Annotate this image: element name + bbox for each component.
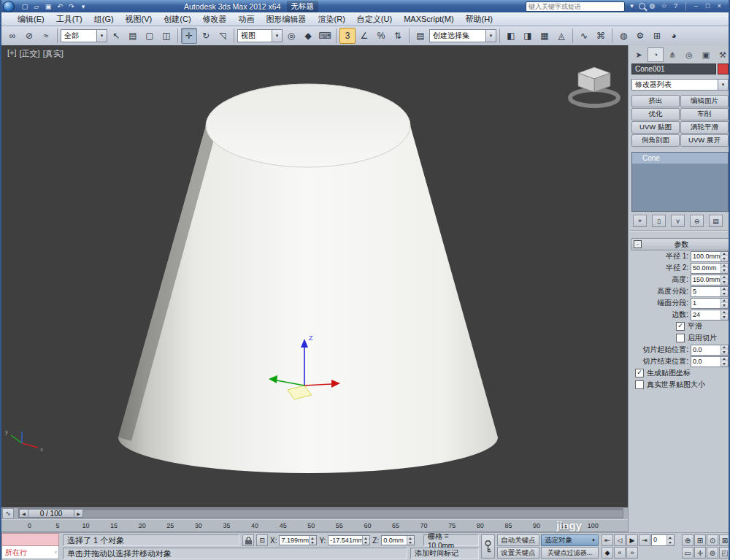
save-file-icon[interactable]: ▣ (43, 1, 53, 12)
dropdown-arrow-icon[interactable]: ▼ (96, 30, 107, 42)
parameter-spinner-field[interactable]: 50.0mm (691, 263, 729, 274)
dropdown-arrow-icon[interactable]: ▼ (485, 30, 496, 42)
modifier-button[interactable]: 优化 (631, 108, 680, 120)
rollout-collapse-icon[interactable]: - (634, 240, 642, 248)
enable-slice-checkbox[interactable] (676, 334, 685, 342)
current-frame-field[interactable]: 0 (651, 534, 675, 546)
object-name-field[interactable]: Cone001 (631, 64, 716, 74)
close-icon[interactable]: × (715, 1, 724, 11)
viewport-menu[interactable]: [正交] (20, 48, 40, 59)
time-slider-groove[interactable]: ◀ 0 / 100 ▶ (18, 508, 623, 518)
maximize-viewport-toggle-icon[interactable]: ◰ (719, 547, 730, 559)
zoom-all-icon[interactable]: ⊞ (694, 534, 706, 546)
object-color-swatch[interactable] (718, 64, 729, 74)
render-setup-icon[interactable]: ⚙ (632, 28, 648, 44)
select-and-move-icon[interactable]: ✛ (181, 28, 197, 44)
spinner-arrows[interactable] (721, 275, 728, 285)
next-key-icon[interactable]: » (626, 547, 638, 559)
spinner-snap-icon[interactable]: ⇅ (390, 28, 406, 44)
viewport-menu[interactable]: [真实] (43, 48, 64, 59)
viewcube[interactable] (570, 67, 618, 106)
spinner-arrows[interactable] (721, 345, 728, 355)
modifier-stack[interactable]: Cone (631, 152, 729, 212)
menu-item[interactable]: 编辑(E) (12, 12, 50, 26)
select-and-rotate-icon[interactable]: ↻ (198, 28, 214, 44)
menu-item[interactable]: 渲染(R) (312, 12, 351, 26)
spinner-arrows[interactable] (721, 310, 728, 320)
parameter-spinner-field[interactable]: 150.0mm (691, 275, 729, 285)
real-world-map-size-checkbox[interactable] (635, 380, 644, 389)
tab-display-icon[interactable]: ▣ (698, 47, 714, 62)
menu-item[interactable]: 帮助(H) (460, 12, 499, 26)
smooth-checkbox-row[interactable]: ✓ 平滑 (631, 321, 730, 332)
align-icon[interactable]: ◨ (520, 28, 536, 44)
maximize-icon[interactable]: □ (703, 1, 712, 11)
spinner-arrows[interactable] (309, 536, 316, 545)
redo-icon[interactable]: ↷ (66, 1, 77, 12)
z-coordinate-field[interactable]: 0.0mm (381, 535, 415, 545)
select-object-icon[interactable]: ↖ (108, 28, 124, 44)
graphite-ribbon-icon[interactable]: ◬ (553, 28, 569, 44)
modifier-button[interactable]: 涡轮平滑 (680, 121, 729, 134)
absolute-offset-toggle-icon[interactable]: ⊡ (256, 534, 268, 546)
favorites-star-icon[interactable]: ☆ (659, 1, 669, 11)
modifier-button[interactable]: UVW 展开 (680, 134, 729, 147)
reference-coordinate-dropdown[interactable]: 视图 ▼ (237, 29, 283, 42)
listener-scroll-icon[interactable]: ‹ (55, 549, 57, 556)
previous-frame-icon[interactable]: ◁ (614, 534, 626, 546)
menu-item[interactable]: 自定义(U) (351, 12, 398, 26)
modifier-button[interactable]: 挤出 (631, 95, 680, 107)
pan-icon[interactable]: ✛ (694, 547, 706, 559)
x-coordinate-field[interactable]: 7.199mm (279, 535, 317, 545)
open-file-icon[interactable]: ▱ (31, 1, 42, 12)
dropdown-arrow-icon[interactable]: ▼ (272, 30, 282, 42)
key-mode-toggle-icon[interactable]: ◆ (602, 547, 613, 559)
previous-frame-nub-icon[interactable]: ◀ (19, 509, 28, 518)
unlink-selection-icon[interactable]: ⊘ (21, 28, 37, 44)
menu-item[interactable]: 视图(V) (120, 12, 158, 26)
modifier-list-dropdown[interactable]: 修改器列表 ▼ (631, 79, 729, 91)
tab-utilities-icon[interactable]: ⚒ (715, 47, 730, 62)
menu-item[interactable]: 动画 (233, 12, 261, 26)
select-by-name-icon[interactable]: ▤ (125, 28, 141, 44)
parameter-spinner-field[interactable]: 1 (691, 298, 729, 309)
menu-item[interactable]: 工具(T) (50, 12, 88, 26)
configure-modifier-sets-icon[interactable]: ▤ (709, 215, 723, 227)
quick-access-caret-icon[interactable]: ▾ (78, 1, 88, 12)
set-key-big-button[interactable] (481, 534, 495, 559)
macro-recorder-line[interactable] (1, 533, 59, 546)
viewport-canvas[interactable]: Z x y (1, 45, 628, 507)
communication-center-icon[interactable]: ◍ (648, 1, 657, 11)
modifier-button[interactable]: 倒角剖面 (631, 134, 680, 147)
parameter-spinner-field[interactable]: 100.0mm (691, 251, 729, 262)
bind-to-spacewarp-icon[interactable]: ≈ (38, 28, 54, 44)
parameter-spinner-field[interactable]: 5 (691, 286, 729, 297)
modifier-stack-entry[interactable]: Cone (632, 153, 728, 164)
spinner-arrows[interactable] (362, 536, 369, 545)
go-to-end-icon[interactable]: ⇥ (639, 534, 650, 546)
spinner-arrows[interactable] (721, 357, 728, 367)
zoom-extents-all-icon[interactable]: ⊠ (719, 534, 730, 546)
cone-object[interactable] (118, 84, 498, 473)
mirror-icon[interactable]: ◧ (503, 28, 519, 44)
generate-mapping-coords-checkbox[interactable]: ✓ (635, 369, 644, 377)
use-pivot-center-icon[interactable]: ◎ (283, 28, 299, 44)
spinner-arrows[interactable] (407, 536, 414, 545)
real-world-map-size-row[interactable]: 真实世界贴图大小 (631, 379, 730, 391)
tab-modify-icon[interactable]: ◔ (648, 47, 664, 62)
rectangular-selection-region-icon[interactable]: ▢ (142, 28, 158, 44)
field-of-view-icon[interactable]: ▭ (682, 547, 694, 559)
previous-key-icon[interactable]: « (614, 547, 626, 559)
generate-mapping-coords-row[interactable]: ✓ 生成贴图坐标 (631, 367, 730, 379)
spinner-arrows[interactable] (721, 264, 728, 273)
smooth-checkbox[interactable]: ✓ (676, 322, 685, 331)
key-filters-button[interactable]: 关键点过滤器... (541, 547, 599, 559)
show-end-result-icon[interactable]: ▯ (652, 215, 666, 227)
minimize-icon[interactable]: – (691, 1, 701, 11)
dropdown-arrow-icon[interactable]: ▼ (591, 538, 598, 542)
tab-motion-icon[interactable]: ◎ (681, 47, 697, 62)
spinner-arrows[interactable] (721, 287, 728, 296)
search-icon[interactable] (639, 3, 645, 9)
tab-hierarchy-icon[interactable]: ⋔ (664, 47, 680, 62)
time-slider-handle[interactable]: ◀ 0 / 100 ▶ (19, 509, 83, 516)
